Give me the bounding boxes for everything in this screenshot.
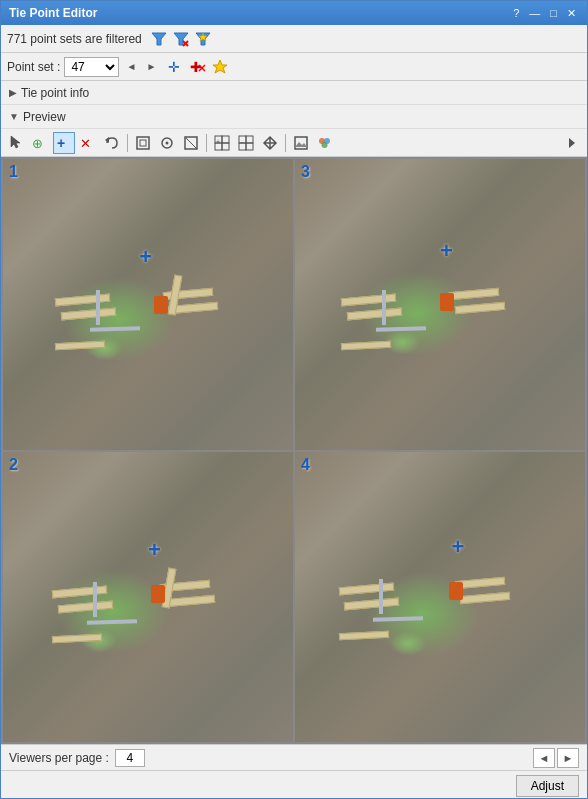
toolbar-sep-3 — [285, 134, 286, 152]
panel4-background — [295, 452, 585, 743]
svg-rect-15 — [137, 137, 149, 149]
minimize-button[interactable]: — — [526, 7, 543, 19]
panel1-background — [3, 159, 293, 450]
svg-rect-27 — [246, 136, 253, 143]
svg-rect-29 — [246, 143, 253, 150]
prev-page-button[interactable]: ◄ — [533, 748, 555, 768]
point-set-select[interactable]: 47 — [64, 57, 119, 77]
svg-point-35 — [322, 142, 328, 148]
collapse-right-icon[interactable] — [561, 132, 583, 154]
pan-icon[interactable] — [259, 132, 281, 154]
color-tool-icon[interactable] — [314, 132, 336, 154]
zoom-out-all-icon[interactable]: - — [235, 132, 257, 154]
filter-count-text: 771 point sets are filtered — [7, 32, 142, 46]
svg-marker-32 — [295, 142, 307, 147]
close-button[interactable]: ✕ — [564, 7, 579, 20]
filter-remove-icon[interactable] — [172, 30, 190, 48]
tie-point-editor-window: Tie Point Editor ? — □ ✕ 771 point sets … — [0, 0, 588, 799]
toolbar-sep-1 — [127, 134, 128, 152]
adjust-button[interactable]: Adjust — [516, 775, 579, 797]
action-bar: Adjust — [1, 770, 587, 798]
image-panel-2[interactable]: + 2 — [3, 452, 293, 743]
point-set-row: Point set : 47 ◄ ► ✛ ✚ — [1, 53, 587, 81]
crosshair-1: + — [139, 246, 152, 268]
add-tool-icon[interactable]: + — [53, 132, 75, 154]
image-panel-3[interactable]: + 3 — [295, 159, 585, 450]
svg-text:✛: ✛ — [168, 59, 180, 75]
struct-line — [93, 582, 97, 617]
orange-object — [449, 582, 463, 600]
point-set-prev-button[interactable]: ◄ — [123, 59, 139, 75]
image-number-1: 1 — [9, 163, 18, 181]
svg-point-18 — [166, 141, 169, 144]
remove-tool-icon[interactable]: ✕ — [77, 132, 99, 154]
select-tool-icon[interactable] — [5, 132, 27, 154]
panel2-background — [3, 452, 293, 743]
svg-text:+: + — [216, 137, 220, 144]
window-controls: ? — □ ✕ — [510, 7, 579, 20]
struct-line — [96, 290, 100, 325]
preview-arrow: ▼ — [9, 111, 19, 122]
orange-object — [151, 585, 165, 603]
svg-text:⊕: ⊕ — [32, 136, 43, 151]
svg-rect-31 — [295, 137, 307, 149]
image-number-3: 3 — [301, 163, 310, 181]
help-button[interactable]: ? — [510, 7, 522, 19]
window-title: Tie Point Editor — [9, 6, 97, 20]
circle-tool-icon[interactable] — [156, 132, 178, 154]
image-number-2: 2 — [9, 456, 18, 474]
orange-object — [154, 296, 168, 314]
point-set-label: Point set : — [7, 60, 60, 74]
struct-line — [379, 579, 383, 614]
filter-icon[interactable] — [150, 30, 168, 48]
preview-toolbar: ⊕ + ✕ — [1, 129, 587, 157]
move-point-icon[interactable]: ⊕ — [29, 132, 51, 154]
tie-point-info-label: Tie point info — [21, 86, 89, 100]
image-tool-icon[interactable] — [290, 132, 312, 154]
next-page-button[interactable]: ► — [557, 748, 579, 768]
remove-point-icon[interactable]: ✚ — [189, 58, 207, 76]
crosshair-3: + — [440, 240, 453, 262]
svg-text:✕: ✕ — [80, 136, 91, 151]
svg-marker-36 — [569, 138, 575, 148]
svg-text:+: + — [57, 135, 65, 151]
bottom-navigation: ◄ ► — [533, 748, 579, 768]
svg-rect-16 — [140, 140, 146, 146]
image-panel-1[interactable]: + 1 — [3, 159, 293, 450]
filter-toolbar: 771 point sets are filtered — [1, 25, 587, 53]
image-number-4: 4 — [301, 456, 310, 474]
fit-window-icon[interactable] — [180, 132, 202, 154]
svg-marker-10 — [213, 60, 227, 73]
undo-icon[interactable] — [101, 132, 123, 154]
crosshair-2: + — [148, 539, 161, 561]
point-set-next-button[interactable]: ► — [143, 59, 159, 75]
tie-point-info-arrow: ▶ — [9, 87, 17, 98]
tie-point-info-header[interactable]: ▶ Tie point info — [1, 81, 587, 105]
image-panel-4[interactable]: + 4 — [295, 452, 585, 743]
filter-star-icon[interactable] — [194, 30, 212, 48]
svg-line-20 — [185, 137, 197, 149]
struct-line — [382, 290, 386, 325]
zoom-in-all-icon[interactable]: + — [211, 132, 233, 154]
toolbar-sep-2 — [206, 134, 207, 152]
fit-all-icon[interactable] — [132, 132, 154, 154]
add-point-icon[interactable]: ✛ — [167, 58, 185, 76]
viewers-per-page-input[interactable] — [115, 749, 145, 767]
svg-marker-0 — [152, 33, 166, 45]
svg-rect-24 — [222, 143, 229, 150]
orange-object — [440, 293, 454, 311]
viewers-per-page-label: Viewers per page : — [9, 751, 109, 765]
svg-rect-22 — [222, 136, 229, 143]
bottom-bar: Viewers per page : ◄ ► — [1, 744, 587, 770]
preview-label: Preview — [23, 110, 66, 124]
title-bar: Tie Point Editor ? — □ ✕ — [1, 1, 587, 25]
crosshair-4: + — [452, 536, 465, 558]
preview-header[interactable]: ▼ Preview — [1, 105, 587, 129]
maximize-button[interactable]: □ — [547, 7, 560, 19]
star-point-icon[interactable] — [211, 58, 229, 76]
image-grid: + 1 + 3 — [1, 157, 587, 744]
